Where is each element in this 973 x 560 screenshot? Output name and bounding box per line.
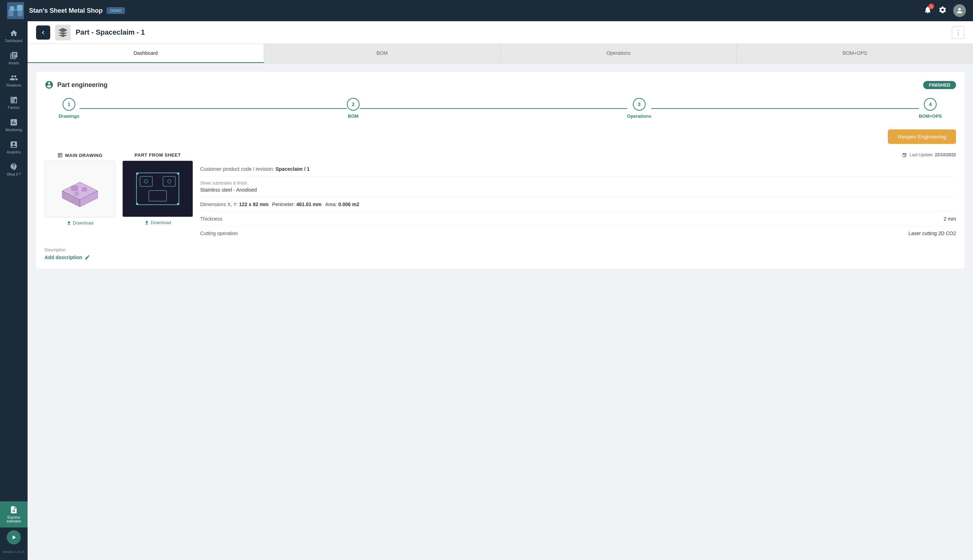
sheet-substrate-value: Stainless steel - Anodised [200,187,257,193]
last-update: Last Update: 22/10/2022 [200,152,956,158]
sidebar-label-relations: Relations [7,83,21,87]
engineering-card: Part engineering FINISHED 1 Drawings [36,72,965,269]
reopen-engineering-button[interactable]: Reopen Engineering [888,129,956,144]
factory-icon [10,96,18,104]
tab-operations-label: Operations [606,50,630,56]
topnav-icons: 0 [923,4,966,17]
thickness-row: Thickness 2 mm [200,212,956,226]
sheet-substrate-row: Sheet substrates & finish Stainless stee… [200,177,956,197]
last-update-label: Last Update: [910,152,934,157]
cutting-row: Cutting operation Laser cutting 2D CO2 [200,226,956,240]
sidebar-item-analytics[interactable]: Analytics [0,136,28,158]
dimensions-value: 122 x 82 mm [239,202,268,207]
area-value: 0.006 m2 [338,202,359,207]
customer-code-row: Customer product code / revision: Spacec… [200,162,956,177]
sidebar-item-assets[interactable]: Assets [0,47,28,69]
company-logo [7,2,24,19]
tab-bom[interactable]: BOM [264,44,501,63]
sidebar-item-dashboard[interactable]: Dashboard [0,25,28,47]
main-drawing-title: MAIN DRAWING [57,152,103,158]
svg-point-18 [136,203,138,205]
main-drawing-download[interactable]: Download [67,220,93,225]
sidebar-label-express: Express estimator [2,515,26,523]
page-title: Part - Spaceclaim - 1 [76,28,947,37]
part-from-sheet-image [122,160,193,217]
perimeter-label: Perimeter: [272,202,295,207]
step-4: 4 BOM+OPS [919,98,942,119]
svg-point-17 [177,173,179,175]
sidebar-label-analytics: Analytics [7,150,21,154]
svg-rect-3 [17,5,23,11]
part-from-sheet-download-label: Download [151,220,171,225]
tab-bom-label: BOM [377,50,388,56]
engineering-icon [45,80,54,90]
tabs-bar: Dashboard BOM Operations BOM+OPS [28,44,973,63]
sheet-substrate-label: Sheet substrates & finish [200,181,956,186]
step-2-number: 2 [352,102,355,107]
demo-badge: DEMO [107,7,125,14]
step-2-circle: 2 [347,98,360,111]
content-area: Part engineering FINISHED 1 Drawings [28,63,973,560]
tab-operations[interactable]: Operations [501,44,737,63]
company-name: Stan's Sheet Metal Shop [29,7,103,15]
part-from-sheet-title: PART FROM SHEET [135,152,181,158]
add-description-text: Add description [45,255,82,260]
download-icon-2 [144,220,149,225]
expand-button[interactable] [7,530,21,545]
back-button[interactable] [36,25,50,40]
tab-bom-ops[interactable]: BOM+OPS [737,44,973,63]
step-3-label: Operations [627,113,651,119]
cutting-label: Cutting operation [200,230,238,236]
main-drawing-download-label: Download [73,220,93,225]
step-3-circle: 3 [633,98,646,111]
thickness-value: 2 mm [944,216,956,222]
last-update-value: 22/10/2022 [935,152,956,157]
step-3-number: 3 [638,102,641,107]
sidebar-label-factory: Factory [8,106,20,110]
svg-rect-2 [10,7,14,11]
tab-bom-ops-label: BOM+OPS [843,50,867,56]
description-label: Description [45,247,956,252]
part-from-sheet-block: PART FROM SHEET [122,152,193,225]
step-4-circle: 4 [924,98,936,111]
user-avatar[interactable] [953,4,966,17]
step-1-number: 1 [68,102,70,107]
sidebar-item-relations[interactable]: Relations [0,69,28,92]
tab-dashboard[interactable]: Dashboard [28,44,264,63]
description-section: Description Add description [45,247,956,260]
thickness-label: Thickness [200,216,222,222]
step-line-2 [360,108,627,109]
sidebar-item-whatif[interactable]: What if ? [0,158,28,181]
svg-rect-9 [82,187,87,192]
notification-badge: 0 [928,3,934,9]
perimeter-value: 461.01 mm [296,202,322,207]
dimensions-label: Dimensions X, Y: [200,202,238,207]
step-1: 1 Drawings [59,98,80,119]
app-body: Dashboard Assets Relations Factory Monit… [0,21,973,560]
svg-point-19 [177,203,179,205]
sidebar-item-express[interactable]: Express estimator [0,501,28,527]
drawing-icon [57,152,63,158]
dimensions-row: Dimensions X, Y: 122 x 82 mm Perimeter: … [200,197,956,212]
notification-button[interactable]: 0 [923,6,932,15]
stepper: 1 Drawings 2 BOM 3 [59,98,942,119]
step-2: 2 BOM [347,98,360,119]
sidebar-label-whatif: What if ? [7,173,20,177]
customer-code-value: Spaceclaim / 1 [275,166,310,172]
cutting-value: Laser cutting 2D CO2 [908,230,956,236]
sidebar-item-factory[interactable]: Factory [0,92,28,114]
more-options-button[interactable]: ⋮ [952,26,965,39]
sidebar-item-monitoring[interactable]: Monitoring [0,114,28,136]
assets-icon [10,51,18,60]
more-icon: ⋮ [955,28,961,37]
add-description-button[interactable]: Add description [45,255,956,260]
download-icon [67,221,72,225]
page-header: Part - Spaceclaim - 1 ⋮ [28,21,973,44]
step-1-label: Drawings [59,113,80,119]
step-4-number: 4 [929,102,931,107]
settings-button[interactable] [938,6,947,15]
svg-rect-10 [75,192,79,196]
main-drawing-image [45,161,115,217]
card-title: Part engineering [45,80,107,90]
part-from-sheet-download[interactable]: Download [144,220,171,225]
